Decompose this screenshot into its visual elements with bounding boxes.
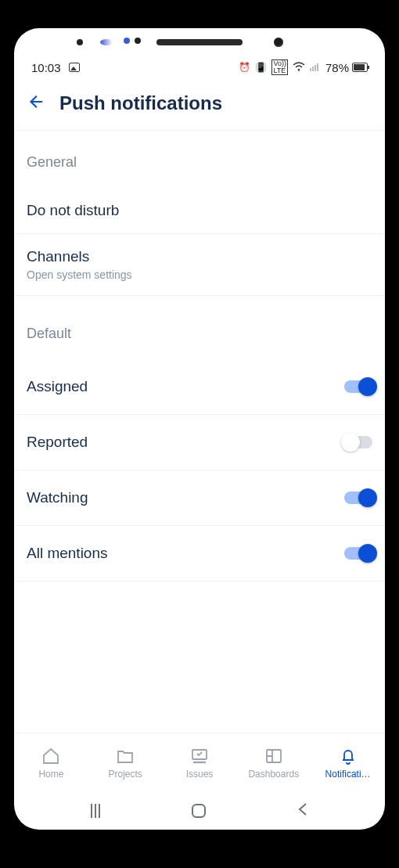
row-assigned[interactable]: Assigned — [14, 359, 385, 415]
svg-rect-3 — [315, 65, 316, 71]
page-title: Push notifications — [59, 92, 222, 114]
svg-rect-4 — [317, 63, 318, 71]
nav-dashboards[interactable]: Dashboards — [236, 747, 311, 780]
toggle-watching[interactable] — [344, 492, 372, 504]
back-button[interactable] — [27, 93, 44, 113]
nav-label: Projects — [109, 769, 142, 780]
nav-label: Dashboards — [248, 769, 299, 780]
row-label: Watching — [27, 489, 88, 506]
android-home-button[interactable] — [192, 804, 206, 818]
screen: 10:03 ⏰ 📳 Vo))LTE 78% — [14, 28, 385, 830]
bottom-nav: Home Projects Issues Dashboards Notifica… — [14, 733, 385, 792]
toggle-reported[interactable] — [344, 436, 372, 448]
android-nav-bar — [14, 792, 385, 830]
section-label-general: General — [14, 154, 385, 188]
svg-rect-1 — [310, 68, 311, 71]
android-back-button[interactable] — [297, 802, 308, 819]
row-do-not-disturb[interactable]: Do not disturb — [14, 188, 385, 234]
issues-icon — [190, 747, 209, 765]
toggle-all-mentions[interactable] — [344, 547, 372, 560]
row-reported[interactable]: Reported — [14, 415, 385, 470]
wifi-icon — [293, 62, 305, 74]
nav-label: Issues — [186, 769, 214, 780]
row-label: Assigned — [27, 378, 88, 395]
nav-home[interactable]: Home — [14, 747, 88, 780]
row-channels[interactable]: Channels Open system settings — [14, 234, 385, 296]
nav-label: Home — [38, 769, 63, 780]
dashboard-icon — [264, 747, 283, 765]
row-label: Channels — [27, 248, 132, 265]
toggle-assigned[interactable] — [344, 380, 372, 393]
row-watching[interactable]: Watching — [14, 470, 385, 526]
row-label: Do not disturb — [27, 202, 119, 219]
svg-point-0 — [298, 70, 300, 71]
android-recent-button[interactable] — [91, 804, 100, 818]
bell-icon — [339, 747, 358, 765]
svg-rect-2 — [312, 67, 314, 71]
row-label: Reported — [27, 434, 88, 451]
status-time: 10:03 — [31, 61, 61, 74]
device-hardware-top — [14, 28, 385, 56]
vibrate-icon: 📳 — [255, 62, 267, 73]
row-all-mentions[interactable]: All mentions — [14, 526, 385, 582]
folder-icon — [116, 747, 135, 765]
section-label-default: Default — [14, 326, 385, 359]
picture-icon — [69, 63, 80, 72]
home-icon — [41, 747, 60, 765]
nav-projects[interactable]: Projects — [88, 747, 163, 780]
battery-icon — [352, 63, 368, 72]
row-label: All mentions — [27, 545, 108, 562]
phone-frame: 10:03 ⏰ 📳 Vo))LTE 78% — [0, 14, 399, 844]
battery-pct: 78% — [325, 61, 349, 74]
nav-issues[interactable]: Issues — [163, 747, 237, 780]
volte-icon: Vo))LTE — [271, 59, 288, 75]
nav-label: Notificati… — [325, 769, 371, 780]
page-header: Push notifications — [14, 78, 385, 131]
nav-notifications[interactable]: Notificati… — [311, 747, 385, 780]
row-subtitle: Open system settings — [27, 268, 132, 281]
settings-content[interactable]: General Do not disturb Channels Open sys… — [14, 131, 385, 733]
alarm-icon: ⏰ — [239, 62, 250, 73]
status-bar: 10:03 ⏰ 📳 Vo))LTE 78% — [14, 56, 385, 78]
signal-icon — [310, 62, 321, 74]
